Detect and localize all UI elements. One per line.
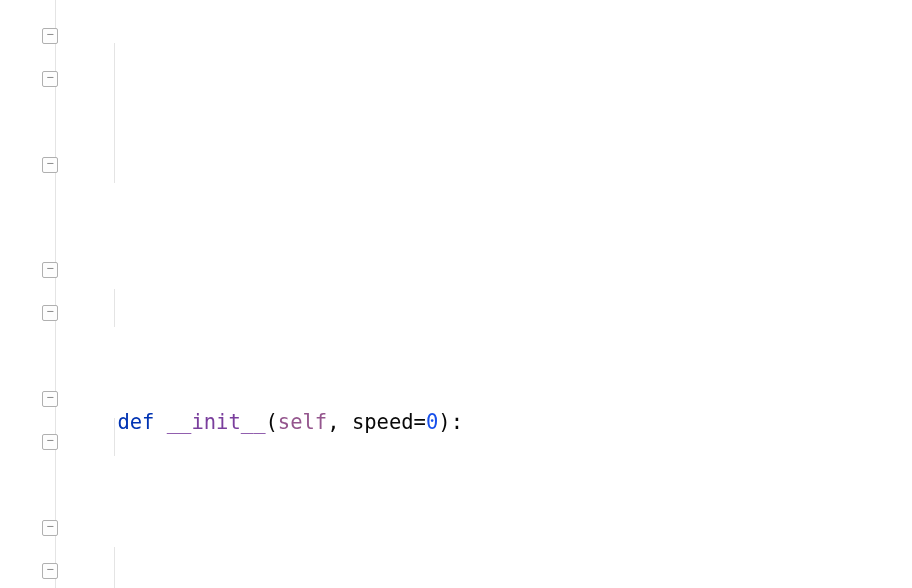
self-param: self <box>278 410 327 434</box>
code-editor[interactable]: def __init__(self, speed=0): self.speed … <box>0 0 912 588</box>
fold-icon[interactable] <box>42 520 58 536</box>
fold-icon[interactable] <box>42 305 58 321</box>
fold-icon[interactable] <box>42 28 58 44</box>
number-literal: 0 <box>426 410 438 434</box>
code-area[interactable]: def __init__(self, speed=0): self.speed … <box>64 0 912 588</box>
paren-close: ) <box>438 410 450 434</box>
fold-icon[interactable] <box>42 434 58 450</box>
function-name: __init__ <box>167 410 266 434</box>
indent <box>68 410 117 434</box>
fold-icon[interactable] <box>42 71 58 87</box>
keyword-def: def <box>117 410 154 434</box>
code-line[interactable]: def __init__(self, speed=0): <box>68 401 912 444</box>
gutter <box>0 0 64 588</box>
fold-icon[interactable] <box>42 262 58 278</box>
fold-icon[interactable] <box>42 157 58 173</box>
paren-open: ( <box>266 410 278 434</box>
colon: : <box>451 410 463 434</box>
param-tail: , speed= <box>327 410 426 434</box>
fold-icon[interactable] <box>42 563 58 579</box>
fold-icon[interactable] <box>42 391 58 407</box>
